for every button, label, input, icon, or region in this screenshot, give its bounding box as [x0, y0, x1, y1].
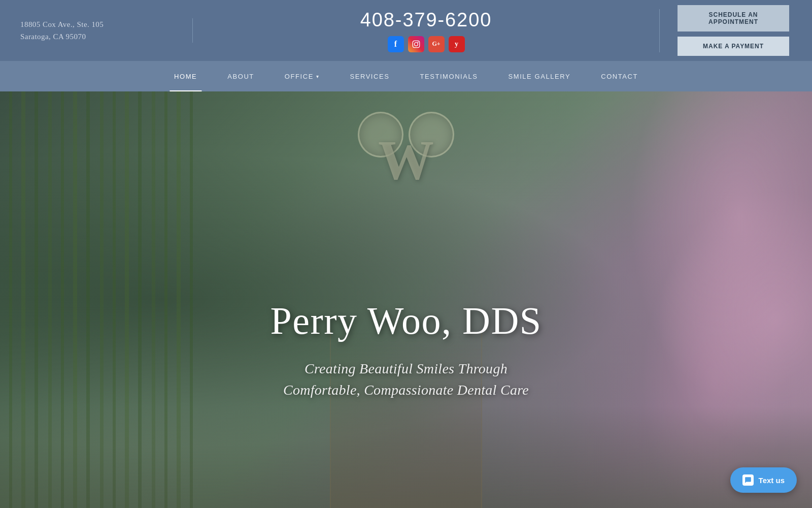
- nav-item-contact[interactable]: CONTACT: [586, 61, 653, 91]
- hero-content: Perry Woo, DDS Creating Beautiful Smiles…: [178, 217, 634, 401]
- nav-item-office[interactable]: OFFICE ▾: [269, 61, 335, 91]
- svg-point-2: [417, 42, 418, 43]
- nav-item-testimonials[interactable]: TESTIMONIALS: [404, 61, 493, 91]
- address-line2: Saratoga, CA 95070: [20, 30, 177, 43]
- hero-section: W Perry Woo, DDS Creating Beautiful Smil…: [0, 91, 812, 508]
- doctor-name: Perry Woo, DDS: [178, 299, 634, 343]
- hero-tagline: Creating Beautiful Smiles Through Comfor…: [178, 358, 634, 401]
- nav-item-about[interactable]: ABOUT: [212, 61, 269, 91]
- social-icons-bar: f G+ y: [388, 36, 465, 52]
- chat-icon: [742, 474, 754, 486]
- navigation-bar: HOME ABOUT OFFICE ▾ SERVICES TESTIMONIAL…: [0, 61, 812, 91]
- schedule-appointment-button[interactable]: SCHEDULE AN APPOINTMENT: [678, 5, 789, 31]
- logo-watermark: W: [350, 112, 462, 224]
- svg-rect-0: [413, 41, 419, 47]
- address-block: 18805 Cox Ave., Ste. 105 Saratoga, CA 95…: [20, 18, 193, 43]
- make-payment-button[interactable]: MAKE A PAYMENT: [678, 37, 789, 56]
- cta-buttons: SCHEDULE AN APPOINTMENT MAKE A PAYMENT: [660, 5, 792, 56]
- yelp-icon[interactable]: y: [449, 36, 465, 52]
- office-dropdown-arrow: ▾: [316, 74, 320, 79]
- address-line1: 18805 Cox Ave., Ste. 105: [20, 18, 177, 30]
- nav-item-home[interactable]: HOME: [159, 61, 212, 91]
- text-us-label: Text us: [759, 476, 785, 485]
- top-bar: 18805 Cox Ave., Ste. 105 Saratoga, CA 95…: [0, 0, 812, 61]
- phone-social-block: 408-379-6200 f G+ y: [193, 9, 660, 52]
- instagram-icon[interactable]: [408, 36, 424, 52]
- facebook-icon[interactable]: f: [388, 36, 404, 52]
- text-us-button[interactable]: Text us: [730, 467, 797, 493]
- svg-point-1: [414, 42, 418, 46]
- phone-number[interactable]: 408-379-6200: [360, 9, 492, 31]
- tagline-line2: Comfortable, Compassionate Dental Care: [283, 382, 529, 398]
- nav-item-services[interactable]: SERVICES: [334, 61, 404, 91]
- tagline-line1: Creating Beautiful Smiles Through: [304, 361, 507, 376]
- google-icon[interactable]: G+: [428, 36, 445, 52]
- nav-item-smile-gallery[interactable]: SMILE GALLERY: [493, 61, 586, 91]
